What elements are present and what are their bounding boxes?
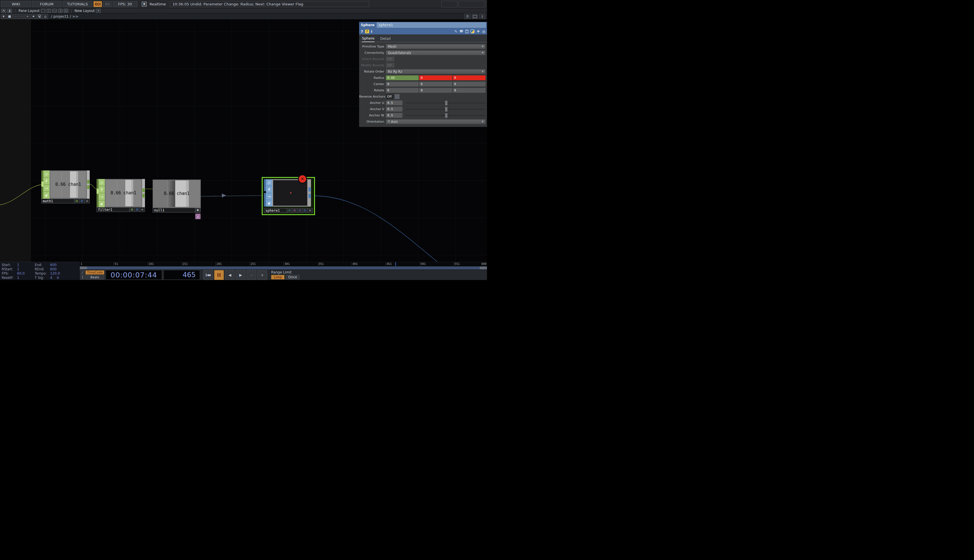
info-icon[interactable]: i	[371, 30, 372, 33]
math1-output-connector[interactable]	[87, 180, 89, 183]
add-op-button[interactable]: +	[25, 14, 30, 19]
filter1-color-swatch-blue[interactable]	[135, 207, 140, 212]
math1-color-swatch-green[interactable]	[74, 198, 79, 203]
rewind-to-start-button[interactable]: ◀◀	[203, 270, 213, 280]
sphere1-comment-icon[interactable]: ✦	[307, 208, 313, 213]
center-x-field[interactable]: 0	[386, 82, 419, 87]
frame-slash-button[interactable]: /	[80, 270, 85, 275]
node-math1[interactable]: ◎ → 0.66 chan1	[41, 170, 90, 198]
rotate-z-field[interactable]: 0	[453, 88, 486, 93]
sphere1-color-swatch-purple[interactable]	[297, 208, 302, 213]
filter1-name[interactable]: filter1	[97, 207, 130, 212]
maximize-pane-button[interactable]	[472, 14, 478, 19]
connectivity-dropdown[interactable]: Quadrilaterals▼	[386, 50, 486, 55]
realtime-checkbox[interactable]: X	[142, 2, 147, 7]
stop-button[interactable]: ■	[7, 14, 12, 19]
sphere1-color-swatch-teal[interactable]	[287, 208, 292, 213]
reverse-anchors-toggle[interactable]: Off	[386, 94, 399, 99]
slider-handle[interactable]	[445, 101, 448, 105]
filter1-input-connector[interactable]	[97, 189, 99, 194]
help-icon[interactable]: ?	[361, 30, 363, 33]
tab-detail[interactable]: Detail	[380, 37, 391, 42]
bookmark-star-button[interactable]: ★	[31, 14, 36, 19]
sphere1-input-connector[interactable]	[264, 191, 266, 193]
timecode-mode-button[interactable]: TimeCode	[85, 270, 104, 275]
filter1-viewer[interactable]: 0.66 chan1	[105, 179, 142, 207]
math1-input-connector[interactable]	[41, 182, 43, 187]
sphere1-color-swatch-magenta[interactable]	[292, 208, 297, 213]
decrement-frame-button[interactable]: -	[247, 270, 256, 280]
null1-comment-icon[interactable]: ✦	[195, 208, 200, 213]
math1-comment-icon[interactable]: ✦	[85, 198, 90, 203]
step-back-button[interactable]: ◀	[225, 270, 235, 280]
target-icon[interactable]: ◎	[482, 30, 485, 33]
node-null1[interactable]: 0.66 chan1	[153, 180, 201, 208]
pane-layout-vsplit[interactable]	[47, 9, 51, 13]
tutorials-button[interactable]: TUTORIALS	[63, 1, 92, 7]
lock-flag-icon[interactable]	[43, 192, 50, 198]
rotate-x-field[interactable]: 0	[386, 88, 419, 93]
math1-color-swatch-blue[interactable]	[79, 198, 85, 203]
slider-handle[interactable]	[445, 113, 448, 118]
math1-name[interactable]: math1	[41, 198, 74, 203]
anchor-v-slider[interactable]	[405, 109, 485, 110]
forward-icon[interactable]: ⇨	[19, 14, 24, 19]
pane-layout-hsplit[interactable]	[52, 9, 57, 13]
op-name-field[interactable]: sphere1	[377, 22, 486, 28]
loop-button[interactable]: Loop	[271, 275, 284, 280]
node-sphere1[interactable]: ◎ →	[264, 179, 311, 207]
comment-bubble-icon[interactable]	[459, 30, 463, 33]
collapse-pane-button[interactable]: ⇩	[479, 14, 485, 19]
radius-x-field[interactable]: 0.66	[386, 75, 419, 80]
null1-name[interactable]: null1	[153, 208, 195, 213]
anchor-u-field[interactable]: 0.5	[386, 100, 403, 105]
sphere1-error-badge[interactable]: ✕	[298, 175, 307, 183]
filter1-comment-icon[interactable]: ✦	[140, 207, 145, 212]
filter1-color-swatch-green[interactable]	[130, 207, 135, 212]
primitive-type-dropdown[interactable]: Mesh▼	[386, 44, 486, 49]
filter1-output-connector[interactable]	[142, 194, 145, 197]
anchor-w-field[interactable]: 0.5	[386, 113, 403, 118]
orientation-dropdown[interactable]: Y Axis▼	[386, 119, 486, 124]
center-y-field[interactable]: 0	[419, 82, 452, 87]
viewer-flag-icon[interactable]: ◎	[266, 179, 272, 186]
oi-toggle[interactable]: O|I	[94, 1, 102, 7]
filter1-input-strip[interactable]	[97, 179, 99, 207]
anchor-v-field[interactable]: 0.5	[386, 107, 403, 112]
sphere1-output-connector[interactable]	[308, 187, 311, 192]
filter1-output-connector[interactable]	[142, 188, 145, 192]
add-parameter-icon[interactable]: +	[476, 29, 480, 33]
sphere1-input-strip[interactable]	[264, 179, 266, 207]
cook-flag-icon[interactable]	[99, 186, 105, 193]
center-z-field[interactable]: 0	[453, 82, 486, 87]
bypass-flag-icon[interactable]: →	[266, 193, 272, 200]
anchor-u-slider[interactable]	[405, 103, 485, 103]
bypass-flag-icon[interactable]: →	[43, 185, 50, 192]
rotate-y-field[interactable]: 0	[419, 88, 452, 93]
slider-handle[interactable]	[445, 107, 448, 112]
pane-menu-dropdown[interactable]: ▼	[1, 14, 6, 19]
python-icon[interactable]	[471, 29, 474, 33]
once-button[interactable]: Once	[286, 275, 300, 280]
math1-viewer[interactable]: 0.66 chan1	[50, 170, 87, 198]
range-grip-left[interactable]: ···	[80, 267, 87, 269]
node-sphere1-selection[interactable]: ◎ → sphere1	[262, 177, 315, 215]
add-layout-button[interactable]: +	[96, 9, 100, 13]
lock-flag-icon[interactable]	[99, 200, 105, 207]
home-icon[interactable]: ⌂	[43, 14, 48, 19]
viewer-flag-icon[interactable]: ◎	[99, 179, 105, 186]
rotate-order-dropdown[interactable]: Rx Ry Rz▼	[386, 69, 486, 74]
node-filter1[interactable]: ◎ → 0.66 chan1	[97, 179, 145, 207]
timeline-ruler[interactable]: 1 51 101 151 201 251 301 351 401 451 501…	[80, 262, 487, 266]
current-frame-display[interactable]: 465	[164, 270, 200, 280]
frame-i-button[interactable]: I	[80, 275, 85, 280]
sphere1-name[interactable]: sphere1	[264, 208, 287, 213]
pane-layout-left-right-split[interactable]	[58, 9, 62, 13]
math1-input-strip[interactable]	[41, 170, 43, 198]
back-icon[interactable]: ⇦	[13, 14, 18, 19]
wiki-button[interactable]: WIKI	[1, 1, 31, 7]
beats-mode-button[interactable]: Beats	[85, 275, 104, 280]
range-grip-right[interactable]: ···	[480, 267, 487, 269]
pause-button[interactable]	[214, 270, 224, 280]
cook-flag-icon[interactable]	[266, 186, 272, 193]
